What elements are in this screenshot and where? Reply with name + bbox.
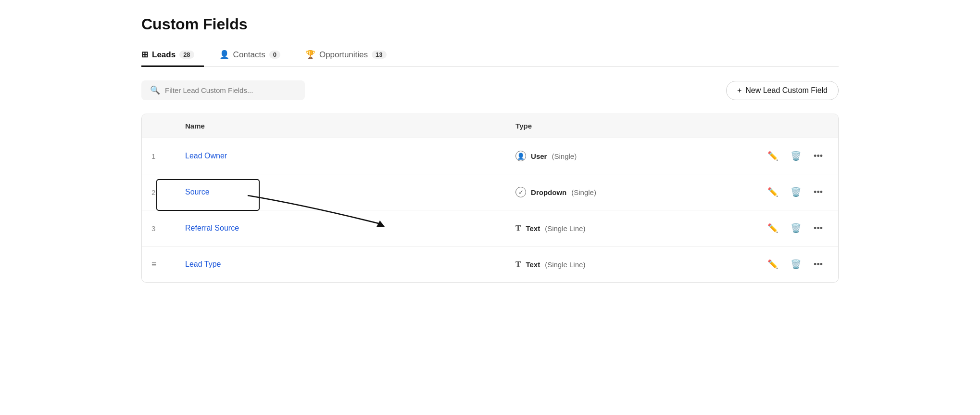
- tab-contacts[interactable]: 👤 Contacts 0: [219, 45, 290, 67]
- table-header-row: Name Type: [142, 114, 838, 138]
- user-circle-icon: 👤: [515, 151, 526, 161]
- more-button[interactable]: •••: [812, 149, 825, 163]
- delete-button[interactable]: 🗑️: [789, 257, 803, 272]
- new-lead-custom-field-button[interactable]: + New Lead Custom Field: [726, 81, 839, 100]
- trophy-icon: 🏆: [305, 50, 315, 60]
- row-type-cell: 👤 User (Single): [506, 138, 756, 174]
- row-type-cell: T Text (Single Line): [506, 210, 756, 246]
- custom-fields-table: Name Type 1 Lead Owner 👤 User: [141, 114, 839, 283]
- field-name-link[interactable]: Lead Owner: [185, 152, 227, 160]
- page-container: Custom Fields ⊞ Leads 28 👤 Contacts 0 🏆 …: [122, 0, 858, 298]
- search-box[interactable]: 🔍: [141, 80, 305, 100]
- tab-opportunities-badge: 13: [372, 51, 386, 59]
- text-t-icon: T: [515, 223, 521, 233]
- more-button[interactable]: •••: [812, 185, 825, 199]
- type-sub: (Single): [552, 152, 577, 160]
- row-num: 1: [142, 138, 176, 174]
- col-actions: [756, 114, 838, 138]
- person-icon: 👤: [219, 50, 229, 60]
- tab-leads-badge: 28: [179, 51, 194, 59]
- toolbar: 🔍 + New Lead Custom Field: [141, 80, 839, 100]
- row-type-cell: ✓ Dropdown (Single): [506, 174, 756, 210]
- tab-opportunities[interactable]: 🏆 Opportunities 13: [305, 45, 396, 67]
- tab-leads[interactable]: ⊞ Leads 28: [141, 45, 204, 67]
- edit-button[interactable]: ✏️: [766, 149, 780, 163]
- field-name-link[interactable]: Lead Type: [185, 260, 221, 268]
- row-name-cell: Lead Type: [176, 246, 506, 283]
- col-number: [142, 114, 176, 138]
- row-actions: ✏️ 🗑️ •••: [756, 138, 838, 174]
- row-name-cell: Lead Owner: [176, 138, 506, 174]
- delete-button[interactable]: 🗑️: [789, 221, 803, 235]
- more-button[interactable]: •••: [812, 258, 825, 272]
- field-name-link[interactable]: Referral Source: [185, 224, 239, 232]
- more-button[interactable]: •••: [812, 221, 825, 235]
- table-icon: ⊞: [141, 50, 148, 60]
- search-input[interactable]: [165, 86, 296, 94]
- type-name: User: [531, 152, 547, 160]
- field-name-link[interactable]: Source: [185, 188, 210, 196]
- type-name: Text: [526, 224, 540, 233]
- table-row: 1 Lead Owner 👤 User (Single) ✏️ 🗑️: [142, 138, 838, 174]
- row-actions: ✏️ 🗑️ •••: [756, 246, 838, 282]
- plus-icon: +: [737, 86, 741, 95]
- drag-handle-icon[interactable]: ≡: [151, 259, 157, 269]
- row-type-cell: T Text (Single Line): [506, 246, 756, 283]
- search-icon: 🔍: [150, 85, 160, 95]
- row-name-cell: Referral Source: [176, 210, 506, 246]
- type-sub: (Single): [571, 188, 596, 196]
- row-num: 3: [142, 210, 176, 246]
- row-num: ≡: [142, 246, 176, 283]
- table-row: 2 Source: [142, 174, 838, 210]
- page-title: Custom Fields: [141, 15, 839, 33]
- row-name-cell: Source: [176, 174, 506, 210]
- col-type: Type: [506, 114, 756, 138]
- tabs-bar: ⊞ Leads 28 👤 Contacts 0 🏆 Opportunities …: [141, 45, 839, 67]
- tab-opportunities-label: Opportunities: [319, 50, 368, 60]
- row-actions: ✏️ 🗑️ •••: [756, 174, 838, 210]
- type-name: Text: [526, 260, 540, 269]
- type-sub: (Single Line): [545, 224, 585, 233]
- delete-button[interactable]: 🗑️: [789, 185, 803, 199]
- new-button-label: New Lead Custom Field: [745, 86, 828, 95]
- tab-leads-label: Leads: [152, 50, 176, 60]
- table-row: 3 Referral Source T Text (Single Line) ✏…: [142, 210, 838, 246]
- text-t-icon: T: [515, 259, 521, 269]
- row-actions: ✏️ 🗑️ •••: [756, 210, 838, 246]
- edit-button[interactable]: ✏️: [766, 185, 780, 199]
- tab-contacts-badge: 0: [269, 51, 280, 59]
- row-num: 2: [142, 174, 176, 210]
- dropdown-circle-icon: ✓: [515, 187, 526, 197]
- tab-contacts-label: Contacts: [233, 50, 265, 60]
- edit-button[interactable]: ✏️: [766, 257, 780, 272]
- delete-button[interactable]: 🗑️: [789, 149, 803, 163]
- table-row: ≡ Lead Type T Text (Single Line) ✏️: [142, 246, 838, 283]
- col-name: Name: [176, 114, 506, 138]
- edit-button[interactable]: ✏️: [766, 221, 780, 235]
- type-name: Dropdown: [531, 188, 566, 196]
- type-sub: (Single Line): [545, 260, 585, 269]
